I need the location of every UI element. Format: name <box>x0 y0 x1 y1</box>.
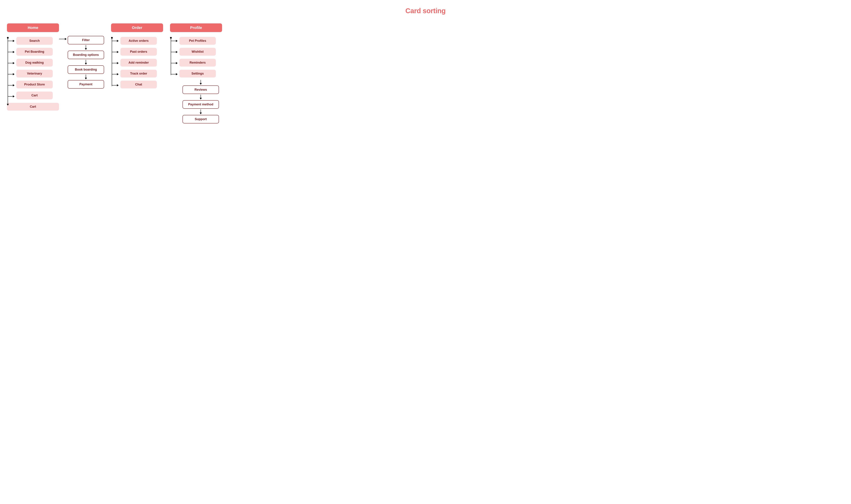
home-side-2: Book boarding <box>68 65 104 74</box>
profile-sub-1: Payment method <box>183 100 219 109</box>
order-item-4: Chat <box>120 80 157 88</box>
profile-header: Profile <box>170 23 222 32</box>
profile-sub-0: Reviews <box>183 86 219 94</box>
board: Home SearchPet BoardingDog walkingVeteri… <box>7 23 844 123</box>
order-item-1: Past orders <box>120 48 157 56</box>
order-rail <box>111 37 119 88</box>
home-end-card: Cart <box>7 103 59 111</box>
profile-rail <box>170 37 178 77</box>
profile-sub-chain: ReviewsPayment methodSupport <box>179 79 222 123</box>
home-side-0: Filter <box>68 36 104 44</box>
profile-item-2: Reminders <box>179 59 216 67</box>
page-title: Card sorting <box>7 7 844 15</box>
home-item-2: Dog walking <box>16 59 53 67</box>
order-item-0: Active orders <box>120 37 157 45</box>
group-profile: Profile Pet ProfilesWishlistRemindersSet… <box>170 23 222 123</box>
home-item-1: Pet Boarding <box>16 48 53 56</box>
profile-item-1: Wishlist <box>179 48 216 56</box>
arrow-down-icon <box>85 45 87 50</box>
order-header: Order <box>111 23 163 32</box>
home-side-3: Payment <box>68 80 104 89</box>
order-stack: Active ordersPast ordersAdd reminderTrac… <box>120 37 157 88</box>
profile-item-3: Settings <box>179 70 216 77</box>
group-home: Home SearchPet BoardingDog walkingVeteri… <box>7 23 59 111</box>
home-rail <box>7 37 15 100</box>
profile-stack: Pet ProfilesWishlistRemindersSettings <box>179 37 216 77</box>
arrow-down-icon <box>200 95 202 100</box>
arrow-down-icon <box>200 80 202 85</box>
home-item-5: Cart <box>16 92 53 100</box>
arrow-right-icon <box>59 38 67 40</box>
arrow-down-icon <box>200 109 202 114</box>
home-item-0: Search <box>16 37 53 45</box>
arrow-down-icon <box>85 75 87 79</box>
order-item-3: Track order <box>120 70 157 77</box>
home-side-1: Boarding options <box>68 51 104 59</box>
home-item-4: Product Store <box>16 80 53 88</box>
order-item-2: Add reminder <box>120 59 157 67</box>
profile-sub-2: Support <box>183 115 219 123</box>
home-stack: SearchPet BoardingDog walkingVeterinaryP… <box>16 37 53 100</box>
profile-item-0: Pet Profiles <box>179 37 216 45</box>
home-header: Home <box>7 23 59 32</box>
home-item-3: Veterinary <box>16 70 53 77</box>
arrow-down-icon <box>85 60 87 65</box>
group-order: Order Active ordersPast ordersAdd remind… <box>111 23 163 88</box>
home-side-chain: FilterBoarding optionsBook boardingPayme… <box>66 23 104 89</box>
